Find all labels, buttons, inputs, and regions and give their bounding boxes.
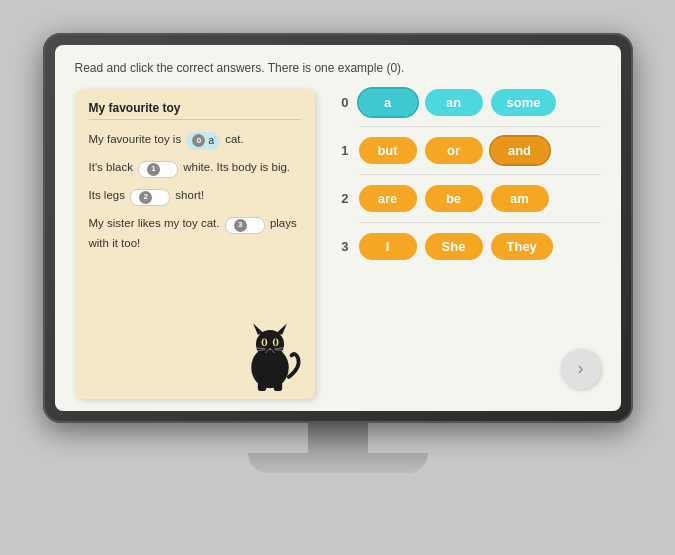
passage-line-3: My sister likes my toy cat. 3 plays with… — [89, 214, 301, 252]
svg-rect-13 — [257, 381, 265, 390]
screen: Read and click the correct answers. Ther… — [55, 45, 621, 411]
line2-before: Its legs — [89, 189, 129, 201]
option-3-I[interactable]: I — [359, 233, 417, 260]
blank-2: 2 — [130, 189, 170, 206]
divider-1 — [359, 174, 601, 175]
option-3-they[interactable]: They — [491, 233, 553, 260]
monitor-neck — [308, 423, 368, 453]
next-button[interactable]: › — [561, 349, 601, 389]
line1-before: It's black — [89, 161, 137, 173]
blank-num-3: 3 — [234, 219, 247, 232]
option-1-or[interactable]: or — [425, 137, 483, 164]
options-3: I She They — [359, 233, 553, 260]
answer-row-0: 0 a an some — [335, 89, 601, 116]
option-0-some[interactable]: some — [491, 89, 557, 116]
svg-marker-2 — [253, 323, 263, 334]
passage-line-2: Its legs 2 short! — [89, 186, 301, 206]
monitor-base — [248, 453, 428, 473]
line2-after: short! — [175, 189, 204, 201]
passage-line-1: It's black 1 white. Its body is big. — [89, 158, 301, 178]
divider-0 — [359, 126, 601, 127]
option-2-be[interactable]: be — [425, 185, 483, 212]
blank-word-0: a — [208, 133, 214, 149]
option-3-she[interactable]: She — [425, 233, 483, 260]
options-1: but or and — [359, 137, 549, 164]
row-num-3: 3 — [335, 239, 349, 254]
blank-num-1: 1 — [147, 163, 160, 176]
row-num-1: 1 — [335, 143, 349, 158]
svg-point-6 — [263, 338, 265, 345]
option-1-and[interactable]: and — [491, 137, 549, 164]
divider-2 — [359, 222, 601, 223]
answers-area: 0 a an some 1 but — [335, 89, 601, 399]
blank-0: 0 a — [186, 132, 220, 150]
passage-card: My favourite toy My favourite toy is 0 a… — [75, 89, 315, 399]
row-num-0: 0 — [335, 95, 349, 110]
content-area: My favourite toy My favourite toy is 0 a… — [75, 89, 601, 399]
options-0: a an some — [359, 89, 557, 116]
blank-1: 1 — [138, 161, 178, 178]
svg-marker-3 — [276, 323, 286, 334]
line1-after: white. Its body is big. — [183, 161, 290, 173]
instructions: Read and click the correct answers. Ther… — [75, 61, 601, 75]
line0-before: My favourite toy is — [89, 133, 185, 145]
svg-point-7 — [274, 338, 276, 345]
row-num-2: 2 — [335, 191, 349, 206]
option-2-am[interactable]: am — [491, 185, 549, 212]
option-1-but[interactable]: but — [359, 137, 417, 164]
cat-illustration — [235, 316, 305, 391]
option-0-an[interactable]: an — [425, 89, 483, 116]
option-0-a[interactable]: a — [359, 89, 417, 116]
options-2: are be am — [359, 185, 549, 212]
blank-num-0: 0 — [192, 134, 205, 147]
answer-row-3: 3 I She They — [335, 233, 601, 260]
svg-point-1 — [255, 330, 283, 358]
passage-title: My favourite toy — [89, 101, 301, 120]
monitor: Read and click the correct answers. Ther… — [28, 33, 648, 523]
monitor-body: Read and click the correct answers. Ther… — [43, 33, 633, 423]
option-2-are[interactable]: are — [359, 185, 417, 212]
blank-3: 3 — [225, 217, 265, 234]
line0-after: cat. — [225, 133, 244, 145]
answer-row-2: 2 are be am — [335, 185, 601, 212]
blank-num-2: 2 — [139, 191, 152, 204]
svg-rect-14 — [273, 381, 281, 390]
line3-before: My sister likes my toy cat. — [89, 217, 223, 229]
answer-row-1: 1 but or and — [335, 137, 601, 164]
passage-line-0: My favourite toy is 0 a cat. — [89, 130, 301, 150]
